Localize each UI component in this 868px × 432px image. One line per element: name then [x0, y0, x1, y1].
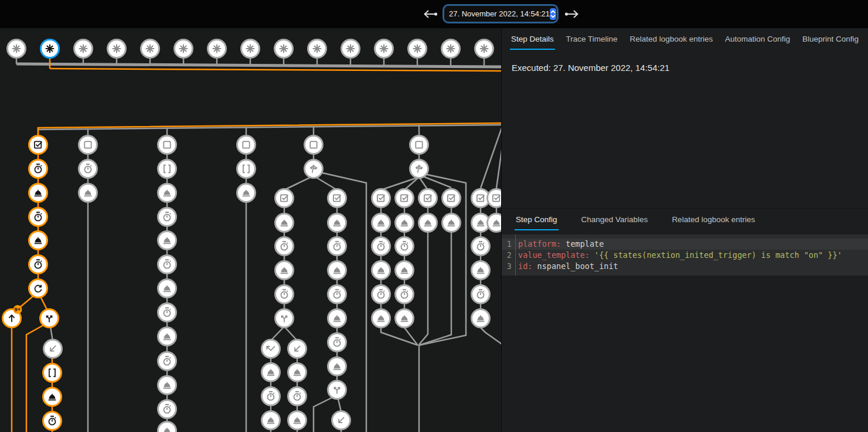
node-timer-icon[interactable] [158, 208, 176, 226]
node-timer-icon[interactable] [29, 256, 47, 274]
tab-related-logbook-entries[interactable]: Related logbook entries [628, 33, 714, 50]
node-timer-icon[interactable] [328, 334, 346, 352]
node-dome-icon[interactable] [43, 388, 62, 406]
node-timer-icon[interactable] [472, 285, 490, 304]
node-square-icon[interactable] [305, 136, 323, 154]
node-dome-icon[interactable] [396, 261, 414, 280]
trigger-node-asterisk-icon[interactable] [275, 40, 293, 58]
node-timer-icon[interactable] [158, 304, 176, 322]
node-square-icon[interactable] [410, 136, 428, 154]
node-brackets-icon[interactable] [43, 364, 62, 382]
previous-trace-icon[interactable] [423, 9, 438, 19]
trigger-node-asterisk-icon[interactable] [308, 40, 326, 58]
trace-picker[interactable]: 27. November 2022, 14:54:21 [444, 6, 557, 22]
node-timer-icon[interactable] [328, 285, 346, 304]
node-dome-icon[interactable] [472, 309, 490, 328]
trigger-node-asterisk-icon[interactable] [175, 40, 193, 58]
node-checkbox-marked-icon[interactable] [419, 189, 437, 208]
node-dome-icon[interactable] [419, 214, 437, 232]
node-dome-icon[interactable] [158, 184, 176, 202]
node-timer-icon[interactable] [396, 237, 414, 256]
node-timer-icon[interactable] [158, 352, 176, 370]
node-timer-icon[interactable] [288, 387, 307, 406]
trigger-node-asterisk-icon[interactable] [241, 40, 260, 58]
node-call-received-icon[interactable] [44, 340, 62, 358]
node-timer-icon[interactable] [275, 285, 294, 304]
node-dome-icon[interactable] [262, 363, 280, 382]
node-dome-icon[interactable] [288, 363, 307, 382]
node-timer-icon[interactable] [372, 285, 390, 304]
node-dome-icon[interactable] [79, 184, 97, 202]
node-dome-icon[interactable] [262, 411, 280, 430]
node-square-icon[interactable] [79, 136, 97, 154]
tab-step-config[interactable]: Step Config [515, 214, 559, 230]
node-checkbox-marked-icon[interactable] [29, 136, 47, 154]
node-dome-icon[interactable] [237, 184, 256, 202]
node-checkbox-marked-icon[interactable] [275, 189, 294, 208]
node-brackets-icon[interactable] [158, 160, 176, 178]
node-timer-icon[interactable] [328, 237, 346, 256]
trigger-node-asterisk-icon[interactable] [342, 40, 360, 58]
node-checkbox-marked-icon[interactable] [372, 189, 390, 208]
node-dome-icon[interactable] [158, 280, 176, 298]
node-dome-icon[interactable] [158, 422, 176, 432]
tab-blueprint-config[interactable]: Blueprint Config [801, 33, 860, 50]
tab-automation-config[interactable]: Automation Config [724, 33, 791, 50]
node-call-split-icon[interactable] [40, 309, 59, 328]
trigger-node-asterisk-icon[interactable] [409, 40, 427, 58]
node-call-split-icon[interactable] [328, 381, 346, 399]
node-timer-icon[interactable] [158, 400, 176, 419]
yaml-editor[interactable]: 1 platform: template 2 value_template: '… [502, 234, 868, 275]
node-timer-icon[interactable] [29, 160, 47, 178]
tab-changed-variables[interactable]: Changed Variables [580, 214, 649, 230]
node-dome-icon[interactable] [328, 309, 346, 328]
node-checkbox-marked-icon[interactable] [442, 189, 461, 208]
node-timer-icon[interactable] [262, 387, 280, 406]
node-timer-icon[interactable] [43, 412, 62, 430]
tab-trace-timeline[interactable]: Trace Timeline [565, 33, 619, 50]
node-arrow-decision-icon[interactable] [410, 160, 428, 178]
node-dome-icon[interactable] [158, 376, 176, 394]
node-dome-icon[interactable] [396, 214, 414, 232]
node-dome-icon[interactable] [472, 261, 490, 280]
node-dome-icon[interactable] [328, 214, 346, 232]
trigger-node-asterisk-icon[interactable] [442, 40, 460, 58]
node-dome-icon[interactable] [158, 328, 176, 346]
node-checkbox-marked-icon[interactable] [328, 189, 346, 208]
node-timer-icon[interactable] [79, 160, 97, 178]
node-dome-icon[interactable] [288, 411, 307, 430]
node-call-missed-icon[interactable] [262, 340, 280, 358]
node-dome-icon[interactable] [372, 309, 390, 328]
node-timer-icon[interactable] [372, 237, 390, 256]
trigger-node-asterisk-icon[interactable] [208, 40, 226, 58]
node-timer-icon[interactable] [158, 256, 176, 274]
node-dome-icon[interactable] [275, 214, 294, 232]
node-call-received-icon[interactable] [288, 340, 307, 358]
node-dome-icon[interactable] [372, 261, 390, 280]
node-dome-icon[interactable] [442, 214, 461, 232]
node-dome-icon[interactable] [488, 214, 502, 232]
node-dome-icon[interactable] [396, 309, 414, 328]
trigger-node-asterisk-icon[interactable] [74, 40, 93, 58]
node-dome-icon[interactable] [29, 184, 47, 202]
tab-step-details[interactable]: Step Details [510, 33, 555, 50]
next-trace-icon[interactable] [564, 9, 579, 19]
node-square-icon[interactable] [237, 136, 256, 154]
node-refresh-icon[interactable] [29, 280, 47, 298]
node-square-icon[interactable] [158, 136, 176, 154]
node-dome-icon[interactable] [328, 261, 346, 280]
node-dome-icon[interactable] [372, 214, 390, 232]
node-timer-icon[interactable] [275, 237, 294, 256]
node-call-split-icon[interactable] [275, 309, 294, 328]
tab-related-logbook-entries-sub[interactable]: Related logbook entries [670, 214, 756, 230]
node-timer-icon[interactable] [29, 208, 47, 226]
node-timer-icon[interactable] [396, 285, 414, 304]
node-call-received-icon[interactable] [332, 411, 350, 430]
node-dome-icon[interactable] [275, 261, 294, 280]
node-dome-icon[interactable] [29, 232, 47, 250]
node-dome-icon[interactable] [158, 232, 176, 250]
node-checkbox-marked-icon[interactable] [488, 189, 502, 208]
trigger-node-asterisk-icon[interactable] [41, 40, 59, 58]
node-brackets-icon[interactable] [237, 160, 256, 178]
stepper-icon[interactable] [550, 8, 556, 20]
